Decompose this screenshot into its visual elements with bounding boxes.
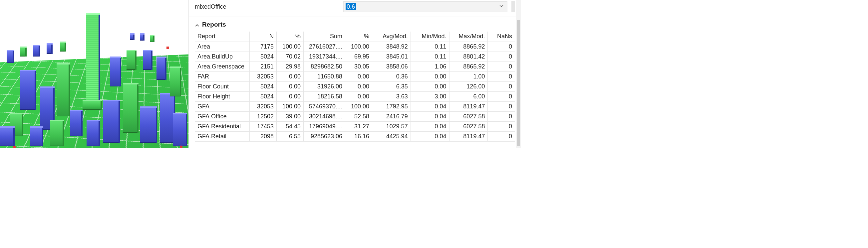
cell-max: 8119.47: [449, 131, 488, 141]
table-row[interactable]: Floor Height50240.0018216.580.003.633.00…: [195, 92, 515, 101]
building: [173, 113, 187, 146]
building: [150, 35, 154, 42]
table-row[interactable]: GFA.Residential1745354.4517969049....31.…: [195, 121, 515, 131]
table-row[interactable]: Floor Count50240.0031926.000.006.350.001…: [195, 81, 515, 92]
reports-section: Reports Report N % Sum % Avg/Mod. Min/Mo…: [189, 16, 521, 142]
cell-min: 0.00: [410, 81, 449, 92]
col-pct2[interactable]: %: [345, 32, 372, 41]
building: [20, 46, 27, 57]
cell-sum: 57469370....: [304, 101, 345, 111]
col-avg[interactable]: Avg/Mod.: [372, 32, 411, 41]
cell-report: Floor Count: [195, 81, 249, 92]
cell-report: Floor Height: [195, 92, 249, 101]
cell-p1: 100.00: [276, 101, 303, 111]
cell-n: 2151: [249, 62, 276, 71]
cell-n: 12502: [249, 111, 276, 121]
building: [140, 106, 157, 143]
cell-p2: 100.00: [345, 41, 372, 51]
marker: [13, 146, 16, 148]
reports-table: Report N % Sum % Avg/Mod. Min/Mod. Max/M…: [195, 32, 515, 142]
col-max[interactable]: Max/Mod.: [449, 32, 488, 41]
cell-p2: 100.00: [345, 101, 372, 111]
col-nan[interactable]: NaNs: [488, 32, 515, 41]
cell-n: 17453: [249, 121, 276, 131]
cell-min: 0.00: [410, 71, 449, 81]
cell-avg: 3848.92: [372, 41, 411, 51]
cell-p1: 70.02: [276, 51, 303, 62]
cell-avg: 1792.95: [372, 101, 411, 111]
cell-p2: 31.27: [345, 121, 372, 131]
table-row[interactable]: Area7175100.0027616027....100.003848.920…: [195, 41, 515, 51]
cell-report: GFA: [195, 101, 249, 111]
cell-p1: 100.00: [276, 41, 303, 51]
cell-nan: 0: [488, 62, 515, 71]
table-row[interactable]: GFA.Office1250239.0030214698....52.58241…: [195, 111, 515, 121]
cell-n: 2098: [249, 131, 276, 141]
building: [123, 83, 138, 133]
table-row[interactable]: FAR320530.0011650.880.000.360.001.000: [195, 71, 515, 81]
cell-report: GFA.Residential: [195, 121, 249, 131]
cell-sum: 19317344....: [304, 51, 345, 62]
cell-report: Area.Greenspace: [195, 62, 249, 71]
scrollbar-thumb[interactable]: [517, 20, 520, 146]
col-n[interactable]: N: [249, 32, 276, 41]
cell-report: FAR: [195, 71, 249, 81]
cell-report: Area: [195, 41, 249, 51]
viewport-3d[interactable]: [0, 0, 188, 148]
cell-avg: 3.63: [372, 92, 411, 101]
cell-max: 1.00: [449, 71, 488, 81]
building: [57, 63, 70, 116]
marker: [166, 46, 169, 49]
col-report[interactable]: Report: [195, 32, 249, 41]
cell-p1: 0.00: [276, 81, 303, 92]
cell-n: 32053: [249, 71, 276, 81]
cell-max: 6.00: [449, 92, 488, 101]
building: [170, 67, 181, 97]
cell-p2: 52.58: [345, 111, 372, 121]
col-sum[interactable]: Sum: [304, 32, 345, 41]
cell-sum: 30214698....: [304, 111, 345, 121]
table-row[interactable]: Area.Greenspace215129.988298682.5030.053…: [195, 62, 515, 71]
cell-n: 7175: [249, 41, 276, 51]
table-row[interactable]: GFA.Retail20986.559285623.0616.164425.94…: [195, 131, 515, 141]
cell-n: 5024: [249, 81, 276, 92]
cell-avg: 6.35: [372, 81, 411, 92]
cell-p1: 0.00: [276, 92, 303, 101]
attribute-value-dropdown[interactable]: 0.6: [343, 1, 507, 12]
cell-min: 3.00: [410, 92, 449, 101]
building: [86, 13, 100, 103]
cell-report: GFA.Office: [195, 111, 249, 121]
vertical-scrollbar[interactable]: [516, 0, 521, 148]
cell-nan: 0: [488, 111, 515, 121]
cell-p1: 29.98: [276, 62, 303, 71]
cell-p1: 6.55: [276, 131, 303, 141]
building: [110, 57, 121, 86]
cell-sum: 18216.58: [304, 92, 345, 101]
attribute-slider-handle[interactable]: [512, 1, 515, 12]
table-row[interactable]: GFA32053100.0057469370....100.001792.950…: [195, 101, 515, 111]
cell-p1: 54.45: [276, 121, 303, 131]
cell-nan: 0: [488, 41, 515, 51]
col-pct1[interactable]: %: [276, 32, 303, 41]
cell-min: 0.11: [410, 41, 449, 51]
building: [33, 45, 40, 57]
building: [130, 33, 134, 40]
table-row[interactable]: Area.BuildUp502470.0219317344....69.9538…: [195, 51, 515, 62]
attribute-value: 0.6: [346, 3, 356, 10]
cell-nan: 0: [488, 92, 515, 101]
attribute-row: mixedOffice 0.6: [189, 0, 521, 14]
reports-toggle[interactable]: Reports: [195, 19, 515, 32]
cell-report: GFA.Retail: [195, 131, 249, 141]
cell-nan: 0: [488, 131, 515, 141]
building: [46, 43, 53, 54]
cell-min: 0.04: [410, 101, 449, 111]
cell-nan: 0: [488, 71, 515, 81]
cell-min: 1.06: [410, 62, 449, 71]
cell-min: 0.04: [410, 111, 449, 121]
cell-sum: 17969049....: [304, 121, 345, 131]
attribute-label: mixedOffice: [195, 3, 339, 10]
table-header-row: Report N % Sum % Avg/Mod. Min/Mod. Max/M…: [195, 32, 515, 41]
col-min[interactable]: Min/Mod.: [410, 32, 449, 41]
cell-nan: 0: [488, 101, 515, 111]
cell-avg: 3858.06: [372, 62, 411, 71]
